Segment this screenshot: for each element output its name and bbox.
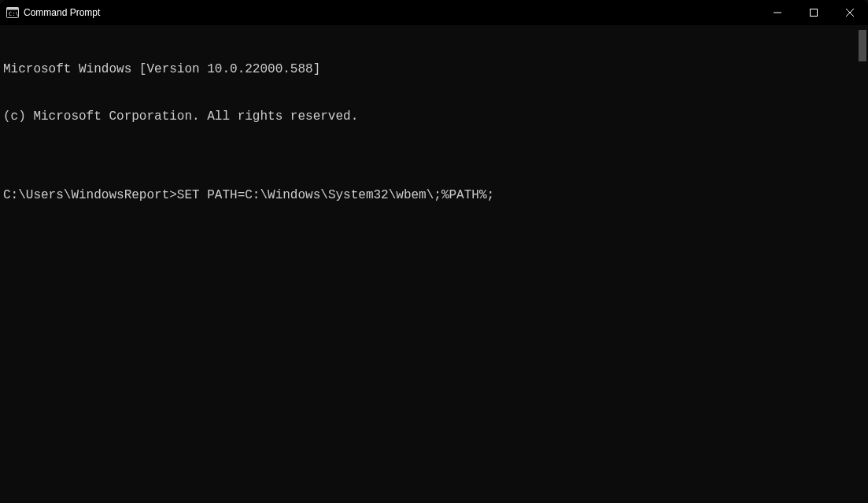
- terminal-content[interactable]: Microsoft Windows [Version 10.0.22000.58…: [0, 25, 857, 503]
- maximize-button[interactable]: [796, 0, 832, 25]
- scrollbar-track[interactable]: [857, 25, 868, 503]
- svg-rect-4: [811, 9, 818, 17]
- terminal-line: (c) Microsoft Corporation. All rights re…: [3, 109, 854, 124]
- svg-text:C:\: C:\: [9, 11, 19, 17]
- window-controls: [759, 0, 868, 25]
- svg-rect-1: [7, 8, 19, 10]
- titlebar-left: C:\ Command Prompt: [6, 6, 100, 19]
- close-button[interactable]: [832, 0, 868, 25]
- titlebar[interactable]: C:\ Command Prompt: [0, 0, 868, 25]
- window-title: Command Prompt: [24, 7, 100, 18]
- terminal-line: Microsoft Windows [Version 10.0.22000.58…: [3, 61, 854, 77]
- command-text: SET PATH=C:\Windows\System32\wbem\;%PATH…: [177, 188, 494, 202]
- terminal-body: Microsoft Windows [Version 10.0.22000.58…: [0, 25, 868, 503]
- cmd-icon: C:\: [6, 6, 19, 19]
- prompt-line: C:\Users\WindowsReport>SET PATH=C:\Windo…: [3, 187, 854, 203]
- scrollbar-thumb[interactable]: [859, 30, 866, 61]
- minimize-button[interactable]: [759, 0, 796, 25]
- prompt-text: C:\Users\WindowsReport>: [3, 188, 177, 202]
